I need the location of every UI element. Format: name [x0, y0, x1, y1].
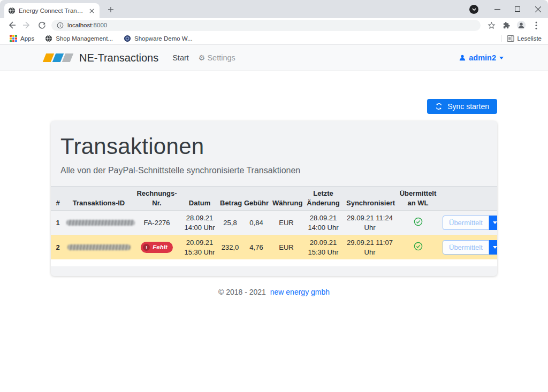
footer-copyright: © 2018 - 2021 new energy gmbh — [51, 288, 497, 296]
redacted-transaction-id — [66, 220, 135, 226]
invoice-number: ! Fehlt — [133, 235, 181, 260]
bookmark-apps[interactable]: Apps — [6, 35, 34, 42]
table-row: 2 ! Fehlt 20.09.21 15:30 Uhr 232,0 4,76 … — [51, 235, 497, 260]
url-text: localhost:8000 — [67, 22, 107, 28]
browser-tab-strip: Energy Connect Transactions — [0, 0, 548, 18]
fee-cell: 0,84 — [242, 211, 271, 235]
new-tab-button[interactable] — [106, 5, 115, 14]
date-cell: 28.09.21 14:00 Uhr — [181, 211, 218, 235]
synced-cell: 29.09.21 11:07 Uhr — [345, 235, 395, 260]
table-bottom-strip — [51, 259, 497, 266]
page-info-icon[interactable] — [57, 22, 64, 29]
redacted-transaction-id — [67, 244, 131, 250]
user-icon — [459, 54, 466, 62]
back-icon[interactable] — [6, 19, 18, 31]
col-header-synced: Synchronisiert — [345, 187, 395, 211]
sync-start-button[interactable]: Sync starten — [427, 99, 497, 114]
col-header-submitted: Übermittelt an WL — [395, 187, 441, 211]
col-header-date: Datum — [181, 187, 218, 211]
col-header-actions — [441, 187, 497, 211]
nav-item-settings[interactable]: ⚙ Settings — [199, 53, 235, 62]
col-header-last-change: Letzte Änderung — [302, 187, 345, 211]
status-dropdown-caret[interactable] — [489, 240, 497, 255]
tab-title: Energy Connect Transactions — [19, 7, 84, 14]
browser-toolbar: localhost:8000 — [0, 18, 548, 32]
col-header-transaction-id: Transaktions-ID — [65, 187, 133, 211]
window-minimize-button[interactable] — [487, 0, 507, 18]
apps-grid-icon — [10, 35, 17, 42]
col-header-fee: Gebühr — [242, 187, 271, 211]
col-header-currency: Währung — [271, 187, 302, 211]
status-dropdown-button[interactable]: Übermittelt — [443, 240, 489, 255]
bookmark-star-icon[interactable] — [485, 19, 497, 31]
profile-avatar-icon[interactable] — [515, 19, 527, 31]
row-number: 1 — [51, 211, 65, 235]
chevron-down-icon — [499, 57, 504, 59]
extensions-puzzle-icon[interactable] — [500, 19, 512, 31]
synced-cell: 29.09.21 11:24 Uhr — [345, 211, 395, 235]
last-change-cell: 28.09.21 14:00 Uhr — [302, 211, 345, 235]
brand-title[interactable]: NE-Transactions — [79, 52, 158, 64]
bookmark-shop-management[interactable]: Shop Management... — [45, 35, 113, 42]
fee-cell: 4,76 — [242, 235, 271, 260]
window-maximize-button[interactable] — [507, 0, 528, 18]
site-favicon-globe-icon — [8, 7, 16, 14]
currency-cell: EUR — [271, 211, 302, 235]
company-link[interactable]: new energy gmbh — [270, 288, 330, 296]
forward-icon[interactable] — [21, 19, 33, 31]
exclamation-icon: ! — [143, 244, 150, 251]
bookmark-shopware-demo[interactable]: Shopware Demo W... — [124, 35, 193, 42]
date-cell: 20.09.21 15:30 Uhr — [181, 235, 218, 260]
page-subtitle: Alle von der PayPal-Schnittstelle synchr… — [60, 166, 488, 175]
nav-item-start[interactable]: Start — [172, 53, 189, 62]
chevron-down-icon — [493, 221, 497, 224]
browser-menu-kebab-icon[interactable] — [530, 19, 542, 31]
divider — [501, 35, 501, 42]
gear-icon: ⚙ — [199, 53, 206, 62]
sync-icon — [435, 103, 443, 110]
invoice-number: FA-2276 — [133, 211, 181, 235]
transactions-table: # Transaktions-ID Rechnungs-Nr. Datum Be… — [51, 186, 497, 259]
window-close-button[interactable] — [528, 0, 548, 18]
transactions-card: Transaktionen Alle von der PayPal-Schnit… — [51, 121, 497, 276]
submitted-cell — [395, 211, 441, 235]
status-dropdown-button[interactable]: Übermittelt — [443, 216, 489, 230]
page-title: Transaktionen — [60, 134, 488, 159]
url-bar[interactable]: localhost:8000 — [51, 20, 481, 31]
app-navbar: NE-Transactions Start ⚙ Settings admin2 — [0, 45, 548, 71]
reading-list-icon — [507, 35, 514, 42]
chrome-update-icon[interactable] — [469, 5, 478, 14]
last-change-cell: 20.09.21 15:30 Uhr — [302, 235, 345, 260]
col-header-amount: Betrag — [218, 187, 242, 211]
globe-favicon-icon — [45, 35, 52, 42]
tab-close-icon[interactable] — [87, 6, 96, 15]
amount-cell: 25,8 — [218, 211, 242, 235]
check-circle-icon — [414, 217, 423, 226]
currency-cell: EUR — [271, 235, 302, 260]
col-header-num: # — [51, 187, 65, 211]
check-circle-icon — [414, 242, 423, 251]
status-dropdown-caret[interactable] — [489, 216, 497, 230]
missing-invoice-badge: ! Fehlt — [141, 242, 172, 253]
table-header-row: # Transaktions-ID Rechnungs-Nr. Datum Be… — [51, 187, 497, 211]
bookmarks-bar: Apps Shop Management... Shopware Demo W.… — [0, 32, 548, 45]
user-name: admin2 — [469, 53, 496, 62]
submitted-cell — [395, 235, 441, 260]
browser-tab[interactable]: Energy Connect Transactions — [4, 3, 100, 18]
reload-icon[interactable] — [36, 19, 48, 31]
row-number: 2 — [51, 235, 65, 260]
user-menu[interactable]: admin2 — [459, 53, 504, 62]
ne-logo-icon — [44, 53, 73, 62]
amount-cell: 232,0 — [218, 235, 242, 260]
table-row: 1 FA-2276 28.09.21 14:00 Uhr 25,8 0,84 E… — [51, 211, 497, 235]
shopware-favicon-icon — [124, 35, 131, 42]
chevron-down-icon — [493, 246, 497, 249]
reading-list-button[interactable]: Leseliste — [507, 35, 542, 42]
col-header-invoice: Rechnungs-Nr. — [133, 187, 181, 211]
